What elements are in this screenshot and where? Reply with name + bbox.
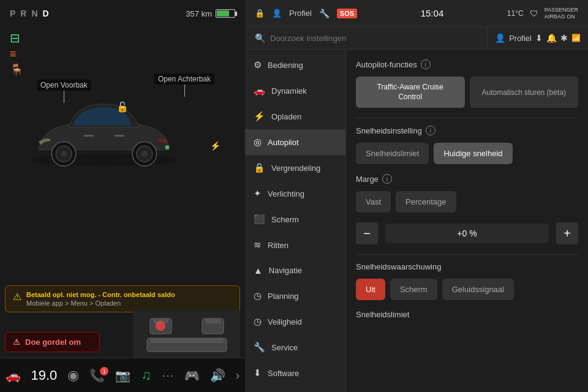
menu-item-bediening[interactable]: ⚙ Bediening	[245, 52, 345, 78]
battery-tip	[235, 12, 237, 16]
software-label: Software	[268, 369, 299, 378]
svg-point-3	[61, 151, 67, 157]
nav-speed: 19.0	[31, 368, 58, 383]
marge-info-icon[interactable]: i	[382, 174, 392, 184]
nav-camera[interactable]: 📷	[115, 368, 130, 383]
autopilot-icon: ◎	[254, 137, 262, 148]
menu-item-autopilot[interactable]: ◎ Autopilot	[245, 129, 345, 155]
car-nav-icon: 🚗	[6, 368, 21, 383]
menu-item-veiligheid[interactable]: ◷ Veiligheid	[245, 309, 345, 334]
snelheidsinstelling-title: Snelheidsinstelling i	[356, 126, 578, 135]
menu-item-planning[interactable]: ◷ Planning	[245, 283, 345, 309]
huidige-snelheid-btn[interactable]: Huidige snelheid	[434, 143, 512, 164]
autopilot-nav-icon: ◉	[67, 368, 79, 383]
right-top-bar: 🔒 👤 Profiel 🔧 SOS 15:04 11°C 🛡 PASSENGER…	[245, 0, 588, 27]
gear-r: R	[20, 9, 26, 18]
warning-text: Betaald opl. niet mog. - Contr. onbetaal…	[26, 291, 175, 307]
svg-rect-8	[114, 135, 124, 137]
menu-item-scherm[interactable]: ⬛ Scherm	[245, 206, 345, 232]
navigatie-label: Navigatie	[269, 266, 302, 275]
snelheidslimiet-section: Snelheidslimiet	[356, 310, 578, 319]
gear-d: D	[43, 9, 49, 18]
verlichting-label: Verlichting	[268, 189, 304, 198]
time-display: 15:04	[421, 8, 444, 18]
battery-indicator	[216, 9, 235, 18]
battery-fill	[217, 10, 229, 17]
games-icon: 🎮	[184, 368, 200, 383]
gear-selector: P R N D	[10, 9, 49, 18]
svg-rect-13	[205, 318, 221, 323]
svg-rect-7	[84, 135, 94, 137]
seatbelt-warning: ⚠ Doe gordel om	[5, 332, 100, 352]
uit-btn[interactable]: Uit	[356, 279, 385, 300]
bediening-icon: ⚙	[254, 59, 262, 70]
ritten-label: Ritten	[268, 241, 288, 250]
navigatie-icon: ▲	[254, 265, 263, 276]
percentage-btn[interactable]: Percentage	[396, 191, 456, 213]
car-image	[18, 92, 190, 178]
bediening-label: Bediening	[268, 61, 303, 70]
ritten-icon: ≋	[254, 239, 262, 251]
nav-car[interactable]: 🚗	[6, 368, 21, 383]
nav-games[interactable]: 🎮	[184, 368, 200, 383]
lock-top-icon: 🔒	[255, 9, 265, 18]
margin-increase-btn[interactable]: +	[556, 222, 578, 244]
headlight-icon-row: ⊟	[10, 31, 235, 45]
snelheidswaarschuwing-buttons: Uit Scherm Geluidssignaal	[356, 279, 578, 300]
search-bar[interactable]: 🔍	[245, 27, 487, 49]
bottom-nav: 🚗 19.0 ◉ 📞 1 📷 ♫ ⋯ 🎮 🔊	[0, 358, 245, 392]
nav-autopilot[interactable]: ◉	[67, 368, 79, 383]
menu-item-ritten[interactable]: ≋ Ritten	[245, 232, 345, 258]
nav-spotify[interactable]: ♫	[141, 368, 151, 383]
divider-2	[356, 254, 578, 255]
gear-p: P	[10, 9, 15, 18]
autopilot-functies-buttons: Traffic-Aware Cruise Control Automatisch…	[356, 77, 578, 108]
margin-decrease-btn[interactable]: −	[356, 222, 378, 244]
veiligheid-label: Veiligheid	[268, 317, 302, 326]
gear-n: N	[31, 9, 37, 18]
profile-area[interactable]: 👤 Profiel ⬇ 🔔 ✱ 📶	[487, 27, 588, 49]
vast-btn[interactable]: Vast	[356, 191, 391, 213]
menu-item-service[interactable]: 🔧 Service	[245, 334, 345, 360]
search-input[interactable]	[270, 34, 477, 43]
vergrendeling-label: Vergrendeling	[271, 164, 320, 173]
snelheidswaarschuwing-title: Snelheidswaarschuwing	[356, 262, 578, 271]
traffic-cruise-btn[interactable]: Traffic-Aware Cruise Control	[356, 77, 465, 108]
temp-display: 11°C	[507, 9, 524, 18]
bluetooth-icon: ✱	[560, 33, 568, 43]
tools-icon: 🔧	[319, 9, 330, 18]
planning-icon: ◷	[254, 290, 262, 301]
menu-item-vergrendeling[interactable]: 🔒 Vergrendeling	[245, 155, 345, 181]
dynamiek-icon: 🚗	[254, 85, 265, 96]
marge-buttons: Vast Percentage	[356, 191, 578, 213]
auto-steer-btn[interactable]: Automatisch sturen (bèta)	[470, 77, 579, 108]
menu-item-dynamiek[interactable]: 🚗 Dynamiek	[245, 78, 345, 104]
snelheidslimiet-btn[interactable]: Snelheidslimiet	[356, 143, 429, 164]
nav-volume[interactable]: 🔊	[210, 368, 225, 383]
margin-value: +0 %	[385, 224, 549, 243]
nav-more[interactable]: ⋯	[162, 368, 174, 383]
range-value: 357 km	[186, 9, 212, 18]
snelheidsinstelling-buttons: Snelheidslimiet Huidige snelheid	[356, 143, 578, 164]
sos-badge[interactable]: SOS	[337, 9, 357, 18]
frunk-label: Open Voorbak	[37, 80, 91, 91]
nav-next[interactable]: ›	[236, 368, 240, 382]
menu-item-navigatie[interactable]: ▲ Navigatie	[245, 258, 345, 283]
profile-icon: 👤	[495, 33, 505, 43]
menu-item-opladen[interactable]: ⚡ Opladen	[245, 104, 345, 129]
service-icon: 🔧	[254, 342, 265, 353]
menu-item-software[interactable]: ⬇ Software	[245, 360, 345, 386]
top-bar-left: P R N D 357 km	[0, 0, 245, 27]
airbag-label: PASSENGERAIRBAG ON	[545, 7, 578, 20]
menu-item-verlichting[interactable]: ✦ Verlichting	[245, 181, 345, 206]
autopilot-info-icon[interactable]: i	[421, 59, 431, 69]
snelheid-info-icon[interactable]: i	[426, 126, 435, 135]
seatbelt-icon: ⚠	[13, 337, 20, 347]
settings-layout: ⚙ Bediening 🚗 Dynamiek ⚡ Opladen ◎ Autop…	[245, 50, 588, 392]
geluidssignaal-btn[interactable]: Geluidssignaal	[442, 279, 514, 300]
nav-phone[interactable]: 📞 1	[89, 368, 105, 383]
payment-warning[interactable]: ⚠ Betaald opl. niet mog. - Contr. onbeta…	[5, 285, 240, 312]
signal-icon: 📶	[571, 34, 581, 42]
settings-content: Autopilot-functies i Traffic-Aware Cruis…	[346, 50, 588, 392]
scherm-btn[interactable]: Scherm	[390, 279, 437, 300]
